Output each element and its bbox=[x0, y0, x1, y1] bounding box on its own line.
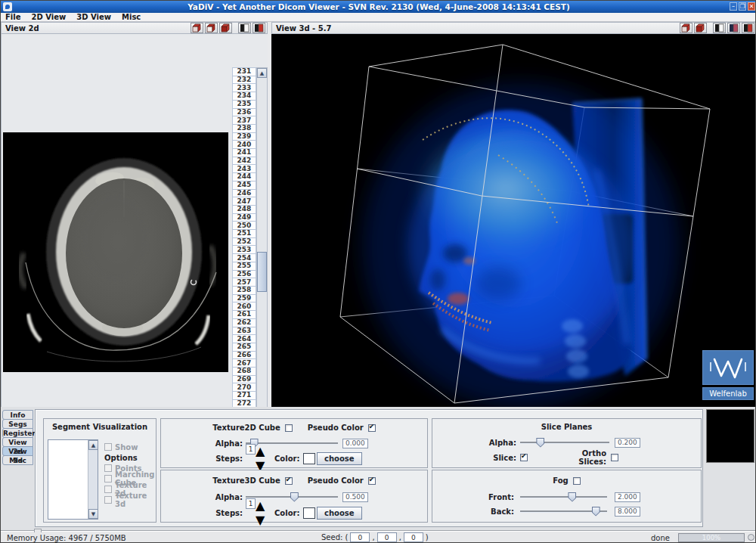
slider-thumb[interactable] bbox=[568, 492, 576, 502]
side-tab-strip: Info Segs Register View 2d View 3d Misc bbox=[2, 411, 33, 465]
alpha-value-field[interactable]: 0.200 bbox=[615, 438, 640, 448]
slice-number-list[interactable]: 2312322332342352362372382392402412422432… bbox=[232, 67, 256, 440]
fog-front-label: Front: bbox=[432, 493, 514, 501]
steps-label: Steps: bbox=[161, 455, 243, 463]
fog-group: Fog Front: 2.000 Back: 8.000 bbox=[432, 470, 702, 523]
spinner-up-icon[interactable]: ▲ bbox=[256, 444, 265, 458]
alpha-label: Alpha: bbox=[432, 439, 516, 447]
texture2d-cube-checkbox[interactable] bbox=[285, 424, 293, 432]
steps-spinner[interactable]: 1 ▲▼ bbox=[246, 444, 265, 473]
slice-stack-icon[interactable] bbox=[191, 23, 203, 33]
texture-3d-checkbox[interactable] bbox=[104, 496, 112, 504]
view2d-header: View 2d bbox=[1, 22, 268, 34]
slider-thumb[interactable] bbox=[536, 438, 544, 448]
alpha-slider[interactable] bbox=[520, 442, 609, 444]
menu-bar: File 2D View 3D View Misc bbox=[1, 13, 756, 22]
color-swatch[interactable] bbox=[303, 453, 315, 464]
welfenlab-logo-text: Welfenlab bbox=[702, 387, 754, 400]
scroll-down-icon[interactable]: ▼ bbox=[88, 509, 98, 519]
ct-slice-canvas[interactable] bbox=[3, 132, 228, 372]
open-cube-icon[interactable] bbox=[205, 23, 218, 33]
minimize-button[interactable]: – bbox=[730, 2, 737, 11]
view3d-toolbar bbox=[678, 23, 756, 33]
slice-stack-icon[interactable] bbox=[680, 23, 692, 33]
choose-color-button[interactable]: choose bbox=[317, 507, 362, 520]
fog-back-value-field[interactable]: 8.000 bbox=[615, 507, 640, 517]
steps-spinner[interactable]: 1 ▲▼ bbox=[246, 498, 265, 527]
color-label: Color: bbox=[274, 509, 299, 517]
segment-listbox-scrollbar[interactable]: ▲ ▼ bbox=[88, 440, 98, 519]
spinner-down-icon[interactable]: ▼ bbox=[256, 513, 265, 527]
panel-red-icon[interactable] bbox=[253, 23, 265, 33]
fog-front-value-field[interactable]: 2.000 bbox=[615, 492, 640, 502]
progress-bar: 100% bbox=[678, 533, 745, 542]
view2d-panel: 2312322332342352362372382392402412422432… bbox=[1, 34, 268, 407]
tab-misc[interactable]: Misc bbox=[2, 455, 33, 465]
seed-close-paren: ) bbox=[426, 533, 429, 541]
panel-red-icon[interactable] bbox=[742, 23, 754, 33]
slice-planes-group: Slice Planes Alpha: 0.200 Slice: Ortho S… bbox=[432, 418, 702, 468]
scrollbar-thumb[interactable] bbox=[257, 252, 267, 292]
scroll-up-icon[interactable]: ▲ bbox=[257, 68, 267, 78]
menu-2d-view[interactable]: 2D View bbox=[31, 13, 66, 21]
seed-separator: , bbox=[399, 533, 401, 541]
steps-value[interactable]: 1 bbox=[246, 444, 256, 455]
bottom-control-area: Info Segs Register View 2d View 3d Misc … bbox=[1, 407, 756, 530]
alpha-value-field[interactable]: 0.000 bbox=[342, 439, 368, 448]
slider-thumb[interactable] bbox=[290, 492, 299, 502]
fog-back-label: Back: bbox=[432, 507, 514, 516]
color-swatch[interactable] bbox=[303, 507, 315, 519]
tab-register[interactable]: Register bbox=[2, 428, 33, 438]
seed-y-input[interactable] bbox=[377, 532, 397, 542]
points-checkbox[interactable] bbox=[104, 464, 112, 472]
slice-list-scrollbar[interactable]: ▲ ▼ bbox=[256, 67, 268, 440]
segment-visualization-title: Segment Visualization bbox=[44, 423, 156, 431]
texture3d-cube-checkbox[interactable] bbox=[285, 477, 293, 485]
memory-usage-label: Memory Usage: 4967 / 5750MB bbox=[7, 534, 126, 542]
menu-file[interactable]: File bbox=[5, 13, 20, 21]
fog-back-slider[interactable] bbox=[520, 510, 607, 513]
choose-color-button[interactable]: choose bbox=[317, 452, 362, 465]
solid-cube-icon[interactable] bbox=[219, 23, 232, 33]
marching-cube-checkbox[interactable] bbox=[104, 475, 112, 482]
ortho-slices-checkbox[interactable] bbox=[611, 454, 618, 461]
seed-z-input[interactable] bbox=[404, 532, 423, 542]
maximize-button[interactable]: ❐ bbox=[739, 2, 746, 11]
segment-listbox[interactable]: ▲ ▼ bbox=[48, 439, 98, 520]
solid-cube-icon[interactable] bbox=[694, 23, 707, 33]
slice-checkbox[interactable] bbox=[520, 454, 528, 461]
title-bar[interactable]: YaDiV - Yet Another Dicom Viewer - SVN R… bbox=[1, 1, 756, 13]
scroll-up-icon[interactable]: ▲ bbox=[88, 440, 98, 450]
panel-mixed-icon[interactable] bbox=[727, 23, 740, 33]
texture3d-cube-group: Texture3D Cube Pseudo Color Alpha: 0.500… bbox=[160, 470, 428, 523]
java-app-icon bbox=[3, 2, 12, 11]
steps-label: Steps: bbox=[161, 509, 243, 517]
texture2d-cube-group: Texture2D Cube Pseudo Color Alpha: 0.000… bbox=[160, 418, 428, 468]
slice-label: Slice: bbox=[432, 454, 516, 462]
slider-thumb[interactable] bbox=[592, 507, 600, 517]
fog-front-slider[interactable] bbox=[520, 496, 607, 498]
menu-misc[interactable]: Misc bbox=[122, 13, 141, 21]
segment-visualization-group: Segment Visualization ▲ ▼ Show Options bbox=[43, 418, 156, 523]
close-button[interactable]: ✕ bbox=[748, 2, 755, 11]
show-checkbox[interactable] bbox=[104, 443, 112, 451]
pseudo-color-checkbox[interactable] bbox=[368, 424, 376, 432]
panel-light-icon[interactable] bbox=[713, 23, 726, 33]
view3d-title: View 3d - 5.7 bbox=[272, 24, 678, 33]
steps-value[interactable]: 1 bbox=[246, 498, 256, 509]
status-bar: Memory Usage: 4967 / 5750MB Seed: ( , , … bbox=[1, 530, 756, 543]
pseudo-color-checkbox[interactable] bbox=[368, 477, 376, 485]
panel-light-icon[interactable] bbox=[238, 23, 251, 33]
status-round-button[interactable] bbox=[748, 534, 754, 541]
fog-checkbox[interactable] bbox=[573, 477, 581, 485]
menu-3d-view[interactable]: 3D View bbox=[76, 13, 111, 21]
ortho-slices-label: Ortho Slices: bbox=[553, 449, 606, 466]
alpha-value-field[interactable]: 0.500 bbox=[342, 492, 368, 502]
splitter-notch[interactable] bbox=[34, 529, 42, 532]
spinner-up-icon[interactable]: ▲ bbox=[256, 498, 265, 513]
view3d-canvas[interactable]: Welfenlab bbox=[271, 34, 756, 407]
texture2d-cube-label: Texture2D Cube bbox=[212, 424, 280, 432]
texture-2d-checkbox[interactable] bbox=[104, 486, 112, 493]
seed-x-input[interactable] bbox=[350, 532, 370, 542]
segment-options: Show Options Points Marching Cube bbox=[104, 442, 156, 505]
